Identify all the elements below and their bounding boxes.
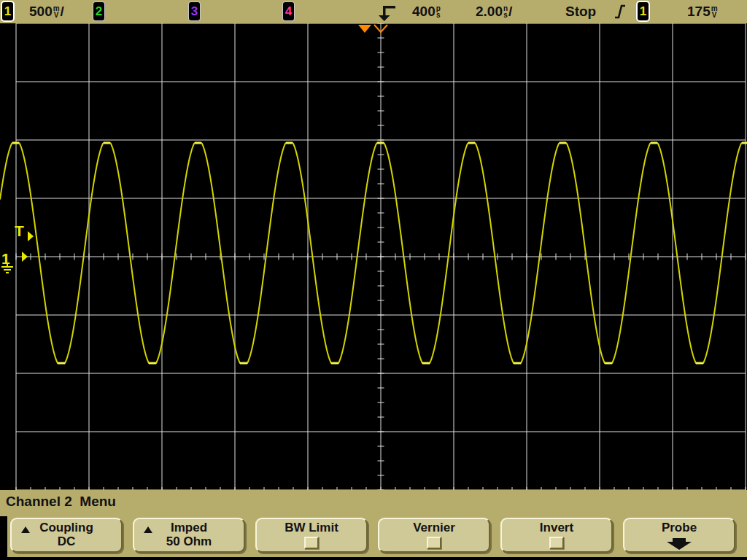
bw-limit-checkbox[interactable]	[304, 537, 319, 549]
waveform-display: T1	[0, 23, 747, 490]
menu-title: Channel 2 Menu	[6, 494, 116, 510]
invert-checkbox[interactable]	[549, 537, 564, 549]
svg-text:T: T	[15, 222, 24, 239]
softkey-label: BW Limit	[257, 521, 366, 534]
trigger-level-readout: 175mV	[687, 1, 719, 22]
trigger-level-unit: mV	[711, 5, 718, 18]
channel-1-badge: 1	[2, 2, 13, 20]
softkey-value: 50 Ohm	[134, 535, 244, 548]
run-state: Stop	[565, 1, 596, 22]
delay-unit: ps	[436, 5, 441, 18]
channel-1-scale: 500mV/	[29, 1, 64, 22]
trigger-source-badge: 1	[638, 2, 649, 20]
bezel-strip-bottom	[0, 557, 747, 560]
scope-display-svg: T1	[0, 23, 747, 490]
popup-up-icon	[144, 526, 152, 533]
softkey-bw-limit[interactable]: BW Limit	[255, 518, 368, 553]
probe-down-arrow-icon	[666, 537, 692, 551]
delay-readout: 400ps	[412, 1, 441, 22]
softkey-invert[interactable]: Invert	[500, 518, 613, 553]
softkey-label: Probe	[624, 521, 734, 534]
trigger-position-marker	[358, 25, 371, 33]
ch1-waveform-trace	[0, 143, 747, 363]
oscilloscope-screen: 1 500mV/ 2 3 4 400ps 2.00ns/ Stop 1 175m…	[0, 0, 747, 560]
ch1-ground-marker: 1	[1, 250, 28, 273]
softkey-impedance[interactable]: Imped 50 Ohm	[133, 518, 245, 553]
channel-4-badge: 4	[283, 2, 294, 20]
svg-text:1: 1	[1, 250, 10, 267]
softkey-coupling[interactable]: Coupling DC	[10, 518, 123, 553]
vernier-checkbox[interactable]	[427, 537, 441, 549]
delay-reference-icon	[372, 3, 396, 22]
trace-peak-caps	[12, 143, 747, 363]
popup-up-icon	[21, 526, 30, 533]
softkey-label: Invert	[502, 521, 611, 534]
bezel-strip-left	[0, 516, 7, 560]
trigger-slope-rising-icon	[614, 4, 626, 20]
timebase-readout: 2.00ns/	[476, 1, 512, 22]
trigger-level-marker: T	[15, 222, 34, 241]
softkey-vernier[interactable]: Vernier	[378, 518, 490, 553]
softkey-probe[interactable]: Probe	[623, 518, 735, 553]
ch1-scale-unit: mV	[53, 5, 60, 18]
softkey-label: Vernier	[379, 521, 489, 534]
timebase-unit: ns	[503, 5, 508, 18]
graticule	[16, 23, 746, 490]
softkey-menu: Channel 2 Menu Coupling DC Imped 50 Ohm …	[0, 490, 747, 560]
channel-3-badge: 3	[189, 2, 200, 20]
channel-2-badge: 2	[93, 2, 104, 20]
status-bar: 1 500mV/ 2 3 4 400ps 2.00ns/ Stop 1 175m…	[0, 0, 747, 23]
softkey-value: DC	[12, 535, 121, 548]
